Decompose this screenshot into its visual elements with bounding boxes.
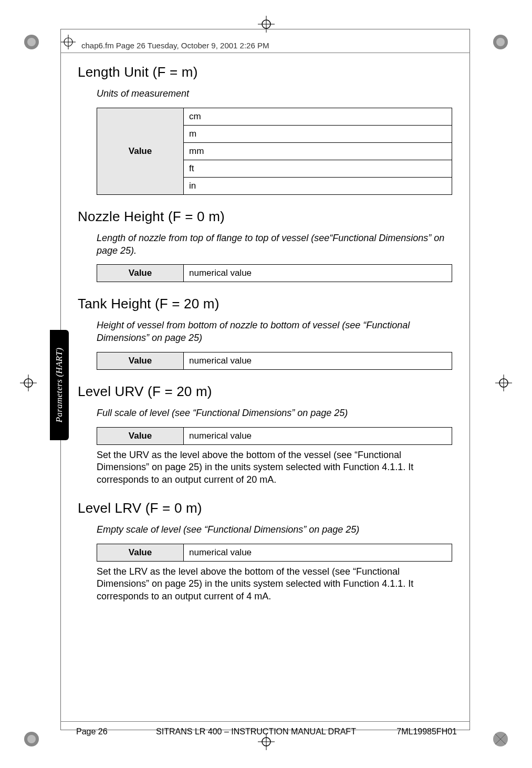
registration-mark-icon	[20, 375, 37, 393]
corner-decoration-icon	[490, 729, 511, 750]
table-row-header: Value	[97, 352, 184, 369]
heading-level-lrv: Level LRV (F = 0 m)	[78, 500, 453, 516]
table-cell: in	[184, 177, 452, 194]
table-row-header: Value	[97, 544, 184, 561]
table-cell: numerical value	[184, 352, 452, 369]
corner-decoration-icon	[21, 32, 42, 53]
table-cell: cm	[184, 108, 452, 125]
corner-decoration-icon	[490, 32, 511, 53]
table-row-header: Value	[97, 265, 184, 282]
table-row-header: Value	[97, 427, 184, 444]
svg-point-3	[496, 38, 505, 46]
heading-level-urv: Level URV (F = 20 m)	[78, 383, 453, 400]
caption-tank-height: Height of vessel from bottom of nozzle t…	[97, 319, 453, 345]
table-cell: mm	[184, 142, 452, 160]
table-tank-height: Value numerical value	[97, 352, 452, 370]
table-cell: ft	[184, 160, 452, 177]
caption-level-lrv: Empty scale of level (see “Functional Di…	[97, 524, 453, 536]
caption-nozzle-height: Length of nozzle from top of flange to t…	[97, 232, 453, 257]
running-header: chap6.fm Page 26 Tuesday, October 9, 200…	[81, 41, 269, 50]
table-cell: numerical value	[184, 544, 452, 561]
table-level-lrv: Value numerical value	[97, 544, 452, 562]
footer-doc-number: 7ML19985FH01	[373, 727, 457, 736]
svg-point-5	[27, 735, 36, 743]
table-level-urv: Value numerical value	[97, 427, 452, 445]
table-row-header: Value	[97, 108, 184, 194]
svg-point-1	[27, 38, 36, 46]
footer-title: SITRANS LR 400 – INSTRUCTION MANUAL DRAF…	[139, 727, 373, 736]
page-footer: Page 26 SITRANS LR 400 – INSTRUCTION MAN…	[76, 727, 457, 736]
table-length-unit: Value cm m mm ft in	[97, 108, 452, 195]
footer-page-number: Page 26	[76, 727, 139, 736]
footer-rule	[60, 721, 470, 722]
table-cell: m	[184, 125, 452, 142]
heading-length-unit: Length Unit (F = m)	[78, 64, 453, 80]
page-content: Length Unit (F = m) Units of measurement…	[78, 64, 453, 607]
paragraph-level-urv: Set the URV as the level above the botto…	[97, 449, 453, 486]
table-cell: numerical value	[184, 427, 452, 444]
paragraph-level-lrv: Set the LRV as the level above the botto…	[97, 566, 453, 603]
table-nozzle-height: Value numerical value	[97, 264, 452, 282]
header-rule	[60, 53, 470, 53]
registration-mark-icon	[495, 375, 512, 393]
table-cell: numerical value	[184, 265, 452, 282]
caption-length-unit: Units of measurement	[97, 88, 453, 100]
caption-level-urv: Full scale of level (see “Functional Dim…	[97, 407, 453, 420]
side-tab-label: Parameters (HART)	[54, 348, 65, 423]
heading-tank-height: Tank Height (F = 20 m)	[78, 296, 453, 312]
corner-decoration-icon	[21, 729, 42, 750]
heading-nozzle-height: Nozzle Height (F = 0 m)	[78, 209, 453, 225]
side-tab: Parameters (HART)	[50, 330, 69, 440]
